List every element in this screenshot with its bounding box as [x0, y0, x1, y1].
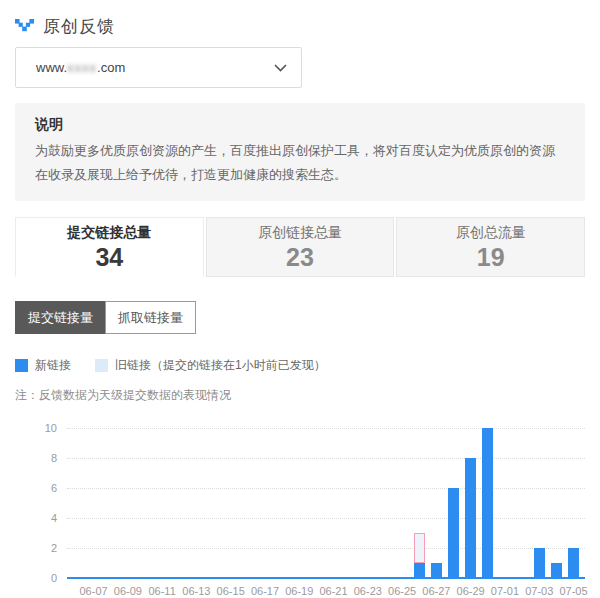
chart-y-axis: 0246810 — [15, 416, 57, 598]
tab-value: 23 — [286, 243, 314, 271]
bar-slot — [136, 416, 153, 578]
bar-slot — [205, 416, 222, 578]
y-tick-label: 4 — [15, 512, 57, 524]
bar-slot — [376, 416, 393, 578]
toggle-crawled-links[interactable]: 抓取链接量 — [105, 301, 196, 334]
bar-slot — [119, 416, 136, 578]
tab-label: 提交链接总量 — [67, 224, 151, 241]
tab-label: 原创总流量 — [456, 224, 526, 241]
y-tick-label: 10 — [15, 422, 57, 434]
toggle-submitted-links[interactable]: 提交链接量 — [15, 301, 106, 334]
x-tick-slot: 06-09 — [119, 585, 136, 598]
x-tick-slot: 06-13 — [188, 585, 205, 598]
new-links-bar — [448, 488, 459, 578]
bar-slot — [359, 416, 376, 578]
chart-legend: 新链接 旧链接（提交的链接在1小时前已发现） — [15, 357, 585, 374]
bar-slot — [188, 416, 205, 578]
x-tick-slot: 06-11 — [154, 585, 171, 598]
x-tick-slot: 06-25 — [394, 585, 411, 598]
new-links-bar — [482, 428, 493, 578]
new-links-swatch — [15, 359, 28, 372]
old-links-label: 旧链接（提交的链接在1小时前已发现） — [115, 357, 326, 374]
old-links-bar — [414, 533, 425, 563]
bar-slot — [291, 416, 308, 578]
original-feedback-page: 原创反馈 www.xxxx.com 说明 为鼓励更多优质原创资源的产生，百度推出… — [0, 0, 600, 598]
bar-slot — [171, 416, 188, 578]
bar-slot — [85, 416, 102, 578]
page-header: 原创反馈 — [15, 14, 585, 38]
site-selector[interactable]: www.xxxx.com — [15, 47, 302, 88]
bar-slot — [462, 416, 479, 578]
x-tick-slot: 06-23 — [359, 585, 376, 598]
x-tick-slot: 06-19 — [291, 585, 308, 598]
description-text: 为鼓励更多优质原创资源的产生，百度推出原创保护工具，将对百度认定为优质原创的资源… — [35, 139, 565, 187]
tab-original-links-total[interactable]: 原创链接总量 23 — [206, 217, 395, 277]
masked-domain: xxxx — [67, 60, 97, 75]
bar-slot — [548, 416, 565, 578]
new-links-bar — [431, 563, 442, 578]
site-selector-value: www.xxxx.com — [36, 60, 125, 75]
bar-slot — [325, 416, 342, 578]
x-tick-slot: 07-03 — [531, 585, 548, 598]
bar-slot — [496, 416, 513, 578]
bar-slot — [445, 416, 462, 578]
chart-note: 注：反馈数据为天级提交数据的表现情况 — [15, 387, 585, 404]
x-tick-slot: 06-07 — [85, 585, 102, 598]
bar-slot — [394, 416, 411, 578]
tab-submitted-links-total[interactable]: 提交链接总量 34 — [15, 217, 204, 277]
tab-value: 19 — [477, 243, 505, 271]
bar-slot — [239, 416, 256, 578]
bar-slot — [274, 416, 291, 578]
bar-slot — [565, 416, 582, 578]
bar-slot — [411, 416, 428, 578]
x-tick-slot: 06-29 — [462, 585, 479, 598]
x-tick-slot: 06-21 — [325, 585, 342, 598]
x-tick-slot: 07-05 — [565, 585, 582, 598]
x-tick-label: 07-05 — [559, 585, 587, 597]
bar-slot — [531, 416, 548, 578]
x-tick-slot: 07-01 — [496, 585, 513, 598]
tab-original-traffic-total[interactable]: 原创总流量 19 — [396, 217, 585, 277]
bar-slot — [308, 416, 325, 578]
new-links-bar — [534, 548, 545, 578]
new-links-bar — [414, 563, 425, 578]
y-tick-label: 2 — [15, 542, 57, 554]
stats-tabs: 提交链接总量 34 原创链接总量 23 原创总流量 19 — [15, 217, 585, 277]
tab-label: 原创链接总量 — [258, 224, 342, 241]
bar-slot — [222, 416, 239, 578]
chart-bars — [85, 416, 582, 578]
description-box: 说明 为鼓励更多优质原创资源的产生，百度推出原创保护工具，将对百度认定为优质原创… — [15, 103, 585, 201]
y-tick-label: 6 — [15, 482, 57, 494]
x-tick-slot: 06-17 — [256, 585, 273, 598]
bar-slot — [102, 416, 119, 578]
bar-slot — [154, 416, 171, 578]
bar-slot — [514, 416, 531, 578]
page-title: 原创反馈 — [43, 15, 115, 38]
chart-view-toggle: 提交链接量 抓取链接量 — [15, 301, 585, 334]
x-tick-slot: 06-27 — [428, 585, 445, 598]
tab-value: 34 — [95, 243, 123, 271]
bar-slot — [256, 416, 273, 578]
bar-slot — [428, 416, 445, 578]
x-tick-slot: 06-15 — [222, 585, 239, 598]
y-tick-label: 8 — [15, 452, 57, 464]
bar-slot — [479, 416, 496, 578]
new-links-label: 新链接 — [35, 357, 71, 374]
submitted-links-chart: 0246810 06-0706-0906-1106-1306-1506-1706… — [15, 416, 585, 598]
chart-x-axis: 06-0706-0906-1106-1306-1506-1706-1906-21… — [85, 585, 582, 598]
old-links-swatch — [95, 359, 108, 372]
new-links-bar — [465, 458, 476, 578]
description-title: 说明 — [35, 116, 565, 133]
brand-logo-icon — [15, 19, 34, 34]
new-links-bar — [551, 563, 562, 578]
y-tick-label: 0 — [15, 572, 57, 584]
chevron-down-icon — [274, 64, 287, 72]
new-links-bar — [568, 548, 579, 578]
bar-slot — [342, 416, 359, 578]
